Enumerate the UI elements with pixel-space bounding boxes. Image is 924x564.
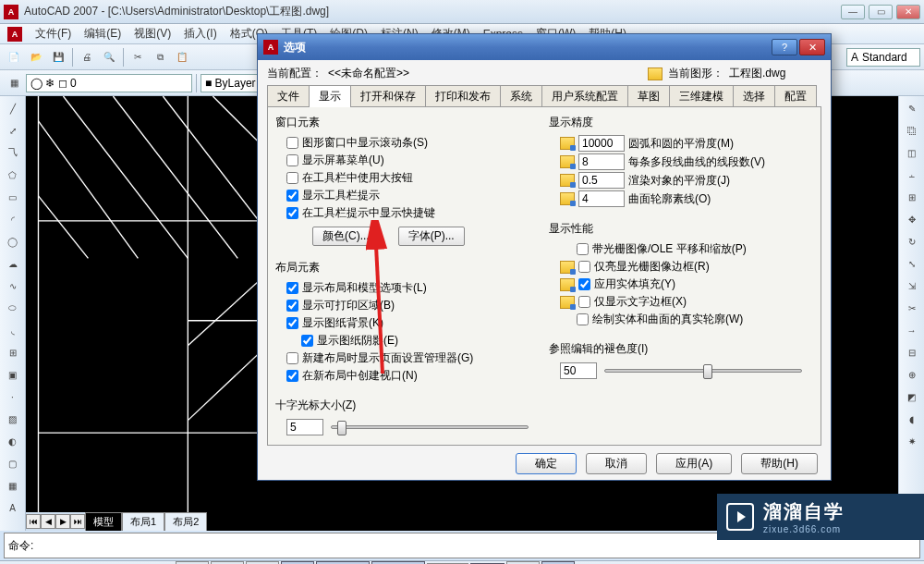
revcloud-icon[interactable]: ☁ xyxy=(3,253,23,274)
chk-papershadow[interactable] xyxy=(301,335,313,347)
mtext-icon[interactable]: A xyxy=(3,497,23,518)
circle-icon[interactable]: ◯ xyxy=(3,231,23,251)
fade-slider[interactable] xyxy=(604,369,802,373)
rectangle-icon[interactable]: ▭ xyxy=(3,187,23,207)
chk-scrollbars[interactable] xyxy=(286,137,298,149)
chk-textframe[interactable] xyxy=(578,296,590,308)
polyline-icon[interactable]: ⺄ xyxy=(3,142,23,163)
copy2-icon[interactable]: ⿻ xyxy=(902,120,922,141)
chk-paperbg[interactable] xyxy=(286,317,298,329)
tab-display[interactable]: 显示 xyxy=(309,85,351,107)
style-combo[interactable]: A Standard xyxy=(846,48,920,67)
tab-files[interactable]: 文件 xyxy=(267,85,310,107)
cut-icon[interactable]: ✂ xyxy=(128,47,148,67)
apply-button[interactable]: 应用(A) xyxy=(656,453,732,474)
tab-opensave[interactable]: 打开和保存 xyxy=(350,85,426,107)
chk-printable[interactable] xyxy=(286,300,298,312)
dialog-close-icon[interactable]: ✕ xyxy=(799,39,825,55)
fonts-button[interactable]: 字体(P)... xyxy=(398,227,465,246)
region-icon[interactable]: ▢ xyxy=(3,453,23,473)
tab-model[interactable]: 模型 xyxy=(85,512,122,532)
tab-profiles[interactable]: 配置 xyxy=(774,85,817,107)
fillet-icon[interactable]: ◖ xyxy=(902,409,922,429)
tab-plot[interactable]: 打印和发布 xyxy=(425,85,501,107)
copy-icon[interactable]: ⧉ xyxy=(150,47,170,67)
hatch-icon[interactable]: ▨ xyxy=(3,409,23,429)
chk-solidfill[interactable] xyxy=(578,278,590,290)
dialog-help-icon[interactable]: ? xyxy=(772,39,797,55)
tab-layout2[interactable]: 布局2 xyxy=(164,512,207,532)
maximize-button[interactable]: ▭ xyxy=(869,5,893,19)
join-icon[interactable]: ⊕ xyxy=(902,364,922,385)
stretch-icon[interactable]: ⇲ xyxy=(902,276,922,296)
tab-first-icon[interactable]: ⏮ xyxy=(26,514,41,529)
spline-icon[interactable]: ∿ xyxy=(3,276,23,296)
menu-file[interactable]: 文件(F) xyxy=(30,24,77,43)
command-input[interactable] xyxy=(37,539,916,552)
ellipsearc-icon[interactable]: ◟ xyxy=(3,320,23,340)
insert-icon[interactable]: ⊞ xyxy=(3,342,23,362)
chk-pagesetup[interactable] xyxy=(286,352,298,364)
scale-icon[interactable]: ⤡ xyxy=(902,253,922,274)
menu-view[interactable]: 视图(V) xyxy=(128,24,176,43)
tab-last-icon[interactable]: ⏭ xyxy=(70,514,85,529)
explode-icon[interactable]: ✷ xyxy=(902,431,922,451)
tab-prev-icon[interactable]: ◀ xyxy=(41,514,55,529)
paste-icon[interactable]: 📋 xyxy=(172,47,192,67)
point-icon[interactable]: · xyxy=(3,386,23,407)
line-icon[interactable]: ╱ xyxy=(3,98,23,118)
help-button[interactable]: 帮助(H) xyxy=(741,453,818,474)
offset-icon[interactable]: ⫠ xyxy=(902,165,922,185)
tab-layout1[interactable]: 布局1 xyxy=(122,512,164,532)
extend-icon[interactable]: → xyxy=(902,320,922,340)
menu-edit[interactable]: 编辑(E) xyxy=(79,24,127,43)
chk-rasterframe[interactable] xyxy=(578,261,590,273)
trim-icon[interactable]: ✂ xyxy=(902,298,922,318)
move-icon[interactable]: ✥ xyxy=(902,209,922,229)
xline-icon[interactable]: ⤢ xyxy=(3,120,23,141)
layer-icon[interactable]: ▦ xyxy=(4,73,24,93)
tab-system[interactable]: 系统 xyxy=(500,85,542,107)
block-icon[interactable]: ▣ xyxy=(3,364,23,385)
crosshair-input[interactable] xyxy=(286,419,323,435)
chk-silhouette[interactable] xyxy=(577,313,589,325)
chk-panzoom[interactable] xyxy=(577,243,589,255)
tab-userpref[interactable]: 用户系统配置 xyxy=(541,85,628,107)
layer-combo[interactable]: ◯ ❄ ◻ 0 xyxy=(26,74,192,92)
ellipse-icon[interactable]: ⬭ xyxy=(3,298,23,318)
chk-screenmenu[interactable] xyxy=(286,154,298,166)
chk-bigbuttons[interactable] xyxy=(286,172,298,184)
chk-shortcuts[interactable] xyxy=(286,207,298,219)
pline-segs-input[interactable] xyxy=(578,153,625,170)
gradient-icon[interactable]: ◐ xyxy=(3,431,23,451)
array-icon[interactable]: ⊞ xyxy=(902,187,922,207)
table-icon[interactable]: ▦ xyxy=(3,475,23,496)
arc-icon[interactable]: ◜ xyxy=(3,209,23,229)
preview-icon[interactable]: 🔍 xyxy=(99,47,119,67)
menu-insert[interactable]: 插入(I) xyxy=(178,24,222,43)
chk-tooltips[interactable] xyxy=(286,190,298,202)
close-button[interactable]: ✕ xyxy=(896,5,920,19)
chamfer-icon[interactable]: ◩ xyxy=(902,386,922,407)
arc-smoothness-input[interactable] xyxy=(578,135,625,152)
tab-selection[interactable]: 选择 xyxy=(733,85,775,107)
break-icon[interactable]: ⊟ xyxy=(902,342,922,362)
save-icon[interactable]: 💾 xyxy=(48,47,68,67)
ok-button[interactable]: 确定 xyxy=(516,453,577,474)
colors-button[interactable]: 颜色(C)... xyxy=(312,227,380,246)
polygon-icon[interactable]: ⬠ xyxy=(3,165,23,185)
fade-input[interactable] xyxy=(560,362,597,379)
new-icon[interactable]: 📄 xyxy=(4,47,24,67)
tab-3dmodel[interactable]: 三维建模 xyxy=(669,85,734,107)
minimize-button[interactable]: — xyxy=(841,5,865,19)
dialog-titlebar[interactable]: A 选项 ? ✕ xyxy=(258,34,831,60)
rotate-icon[interactable]: ↻ xyxy=(902,231,922,251)
print-icon[interactable]: 🖨 xyxy=(77,47,97,67)
render-smooth-input[interactable] xyxy=(578,172,625,189)
tab-drafting[interactable]: 草图 xyxy=(627,85,670,107)
cancel-button[interactable]: 取消 xyxy=(586,453,647,474)
mirror-icon[interactable]: ◫ xyxy=(902,142,922,163)
open-icon[interactable]: 📂 xyxy=(26,47,46,67)
chk-viewport[interactable] xyxy=(286,370,298,382)
tab-next-icon[interactable]: ▶ xyxy=(55,514,70,529)
